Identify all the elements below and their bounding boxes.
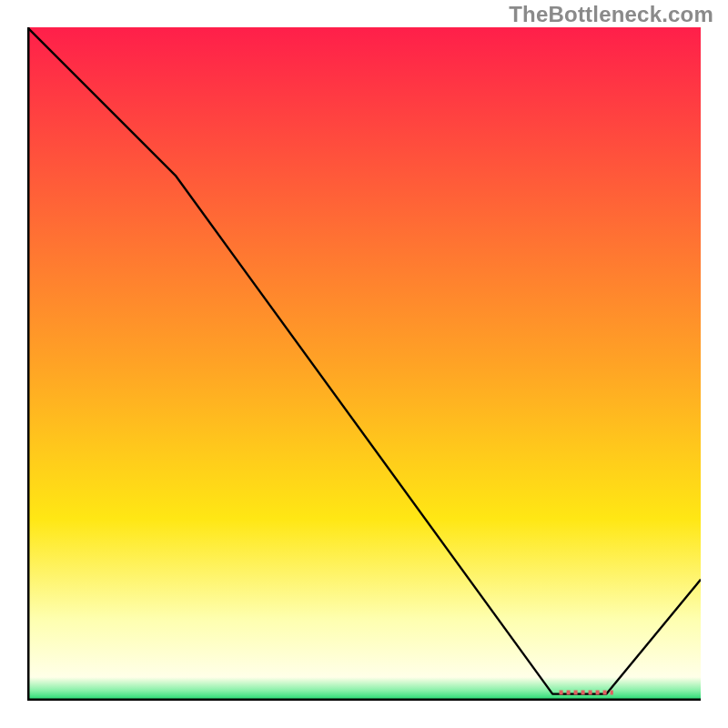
watermark-text: TheBottleneck.com — [509, 2, 713, 27]
bottleneck-chart — [27, 27, 701, 701]
chart-svg — [27, 27, 701, 701]
